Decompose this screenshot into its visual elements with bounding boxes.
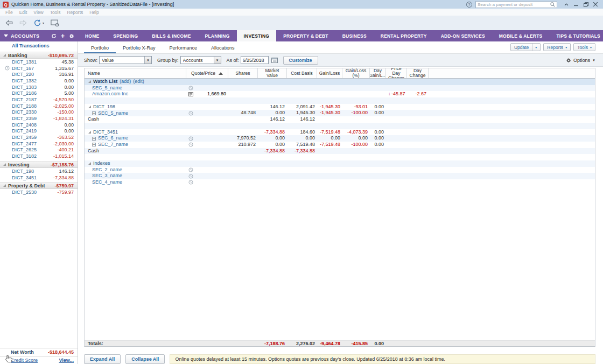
tab-spending[interactable]: SPENDING bbox=[106, 30, 145, 41]
subtab-portfolio[interactable]: Portfolio bbox=[84, 43, 116, 53]
add-link[interactable]: (add) bbox=[120, 79, 131, 85]
table-row[interactable]: DICT_198146.122,091.42-1,945.30-93.010.0… bbox=[85, 104, 595, 110]
add-account-icon[interactable]: + bbox=[61, 33, 65, 39]
subtab-performance[interactable]: Performance bbox=[163, 43, 205, 53]
sidebar-item-dict_2408[interactable]: DICT_24080.00 bbox=[0, 122, 78, 128]
update-button[interactable]: Update▾ bbox=[510, 43, 541, 51]
table-row[interactable]: Indexes bbox=[85, 160, 595, 167]
security-link[interactable]: SEC_4_name bbox=[92, 179, 122, 186]
sidebar-item-dict_1382[interactable]: DICT_13820.00 bbox=[0, 78, 78, 84]
expand-all-button[interactable]: Expand All bbox=[84, 354, 121, 364]
subtab-allocations[interactable]: Allocations bbox=[204, 43, 242, 53]
security-link[interactable]: SEC_3_name bbox=[92, 173, 122, 179]
global-search[interactable] bbox=[475, 1, 557, 8]
sidebar-item-dict_3451[interactable]: DICT_3451-7,334.88 bbox=[0, 174, 78, 181]
accounts-gear-icon[interactable] bbox=[69, 33, 74, 39]
table-row[interactable]: SEC_4_name bbox=[85, 179, 595, 186]
collapse-triangle-icon[interactable] bbox=[88, 80, 91, 83]
table-row[interactable]: +SEC_7_name210.9720.007,519.48-7,519.48-… bbox=[85, 142, 595, 148]
table-row[interactable]: +SEC_6_name7,970.520.000.000.000.000.00 bbox=[85, 135, 595, 142]
sidebar-item-dict_1383[interactable]: DICT_13830.00 bbox=[0, 84, 78, 90]
sidebar-item-dict_2477[interactable]: DICT_2477-2,030.00 bbox=[0, 141, 78, 147]
security-link[interactable]: Amazon.com Inc bbox=[92, 91, 128, 97]
view-settings-icon[interactable] bbox=[51, 19, 59, 27]
collapse-triangle-icon[interactable] bbox=[88, 106, 91, 108]
column-header-gain-loss-%-[interactable]: Gain/Loss (%) bbox=[342, 68, 370, 78]
column-header-cost-basis[interactable]: Cost Basis bbox=[287, 68, 317, 78]
credit-score-link[interactable]: Credit Score bbox=[11, 358, 38, 363]
sidebar-item-dict_2186[interactable]: DICT_21865.00 bbox=[0, 90, 78, 96]
collapse-triangle-icon[interactable] bbox=[88, 162, 91, 165]
sidebar-item-all-transactions[interactable]: All Transactions bbox=[0, 41, 78, 50]
restore-button[interactable] bbox=[581, 1, 591, 8]
menu-file[interactable]: File bbox=[2, 10, 16, 15]
table-row[interactable]: DICT_3451-7,334.88184.60-7,519.48-4,073.… bbox=[85, 129, 595, 136]
calendar-icon[interactable] bbox=[270, 56, 279, 64]
sidebar-item-dict_2459[interactable]: DICT_2459-363.52 bbox=[0, 134, 78, 141]
sidebar-item-dict_2625[interactable]: DICT_2625-400.21 bbox=[0, 147, 78, 153]
column-header-price-day-change[interactable]: Price Day Change bbox=[386, 68, 407, 78]
security-link[interactable]: SEC_2_name bbox=[92, 167, 122, 173]
table-row[interactable]: SEC_2_name bbox=[85, 167, 595, 173]
help-icon[interactable]: ? bbox=[466, 2, 472, 8]
sidebar-item-dict_198[interactable]: DICT_198146.12 bbox=[0, 168, 78, 174]
show-dropdown[interactable]: Value ▼ bbox=[99, 56, 152, 64]
sidebar-item-dict_167[interactable]: DICT_1671,315.67 bbox=[0, 65, 78, 72]
column-header-price-day-change-%-[interactable]: Price Day Change (%) bbox=[407, 68, 429, 78]
security-link[interactable]: SEC_7_name bbox=[98, 142, 128, 148]
tab-tips-tutorials[interactable]: TIPS & TUTORIALS bbox=[549, 30, 603, 41]
sidebar-item-dict_2419[interactable]: DICT_24190.00 bbox=[0, 128, 78, 135]
group-name[interactable]: DICT_198 bbox=[93, 104, 115, 110]
sidebar-item-dict_1381[interactable]: DICT_138145.38 bbox=[0, 59, 78, 65]
tab-add-on-services[interactable]: ADD-ON SERVICES bbox=[434, 30, 492, 41]
menu-view[interactable]: View bbox=[30, 10, 46, 15]
table-row[interactable]: Amazon.com Inc1,669.80↓-45.87-2.67 bbox=[85, 91, 595, 97]
accounts-panel-header[interactable]: ACCOUNTS + bbox=[0, 30, 78, 41]
menu-tools[interactable]: Tools bbox=[47, 10, 64, 15]
group-by-dropdown[interactable]: Accounts ▼ bbox=[180, 56, 221, 64]
news-quote-icon[interactable] bbox=[188, 92, 193, 96]
sidebar-item-dict_220[interactable]: DICT_220316.91 bbox=[0, 71, 78, 78]
expand-plus-icon[interactable]: + bbox=[92, 143, 96, 146]
column-header-day-gain-l-[interactable]: Day Gain/L... bbox=[370, 68, 386, 78]
tab-business[interactable]: BUSINESS bbox=[335, 30, 374, 41]
tab-property-debt[interactable]: PROPERTY & DEBT bbox=[276, 30, 335, 41]
table-row[interactable]: SEC_5_name bbox=[85, 85, 595, 92]
customize-button[interactable]: Customize bbox=[283, 56, 318, 65]
expand-plus-icon[interactable]: + bbox=[92, 111, 96, 115]
tab-mobile-alerts[interactable]: MOBILE & ALERTS bbox=[492, 30, 550, 41]
security-link[interactable]: SEC_5_name bbox=[92, 85, 122, 92]
forward-icon[interactable] bbox=[19, 20, 27, 26]
column-header-gain-loss[interactable]: Gain/Loss bbox=[317, 68, 342, 78]
table-row[interactable]: Watch List(add)(edit) bbox=[85, 79, 595, 85]
subtab-portfolio-x-ray[interactable]: Portfolio X-Ray bbox=[116, 43, 163, 53]
table-row[interactable]: Cash146.12146.12 bbox=[85, 116, 595, 123]
column-header-market-value[interactable]: Market Value bbox=[258, 68, 287, 78]
credit-score-view-link[interactable]: View... bbox=[59, 358, 74, 363]
table-row[interactable]: Cash-7,334.88-7,334.88 bbox=[85, 148, 595, 155]
column-header-shares[interactable]: Shares bbox=[228, 68, 258, 78]
sidebar-group-banking[interactable]: Banking-$10,695.72 bbox=[0, 52, 78, 59]
tab-home[interactable]: HOME bbox=[78, 30, 106, 41]
search-input[interactable] bbox=[478, 2, 550, 7]
security-link[interactable]: SEC_5_name bbox=[98, 110, 128, 117]
table-row[interactable]: +SEC_5_name48.7480.001,945.30-1,945.30-1… bbox=[85, 110, 595, 116]
sidebar-item-dict_2188[interactable]: DICT_2188-2,025.00 bbox=[0, 103, 78, 109]
reports-button[interactable]: Reports▾ bbox=[543, 43, 571, 51]
sidebar-item-dict_2530[interactable]: DICT_2530-759.97 bbox=[0, 189, 78, 195]
minimize-button[interactable] bbox=[571, 1, 581, 8]
collapse-triangle-icon[interactable] bbox=[88, 131, 91, 134]
menu-help[interactable]: Help bbox=[86, 10, 102, 15]
group-name[interactable]: Indexes bbox=[93, 160, 110, 167]
column-header-name[interactable]: Name bbox=[85, 68, 186, 78]
sidebar-item-dict_2187[interactable]: DICT_2187-4,570.50 bbox=[0, 96, 78, 103]
table-row[interactable]: SEC_3_name bbox=[85, 173, 595, 179]
expand-plus-icon[interactable]: + bbox=[92, 137, 96, 141]
tab-investing[interactable]: INVESTING bbox=[237, 30, 277, 41]
tab-planning[interactable]: PLANNING bbox=[198, 30, 237, 41]
collapse-ribbon-button[interactable] bbox=[562, 1, 571, 8]
sidebar-item-dict_3182[interactable]: DICT_3182-1,015.14 bbox=[0, 153, 78, 159]
edit-link[interactable]: (edit) bbox=[133, 79, 144, 85]
security-link[interactable]: SEC_6_name bbox=[98, 135, 128, 142]
options-button[interactable]: Options ▼ bbox=[566, 58, 595, 63]
